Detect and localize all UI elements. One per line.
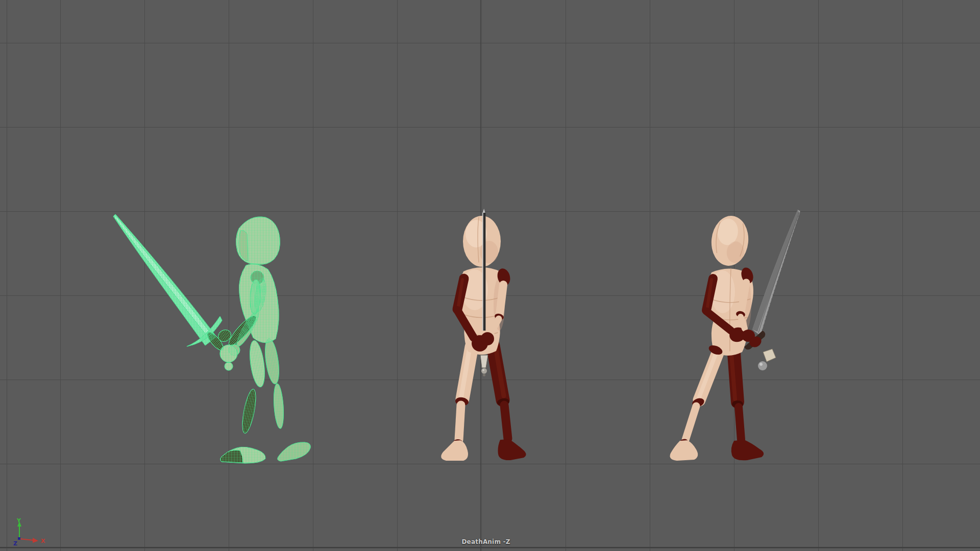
z-axis-label: Z [13, 540, 17, 547]
character-wireframe-knight[interactable] [92, 202, 337, 467]
x-axis-label: X [41, 538, 45, 544]
character-mannequin-front[interactable] [424, 202, 556, 467]
front-head[interactable] [463, 216, 501, 267]
x-axis-arrow [19, 539, 34, 540]
grid-ground-line [0, 547, 980, 548]
tq-leg-left[interactable] [670, 348, 720, 461]
knight-wireframe-overlay [113, 214, 310, 463]
y-axis-label: Y [16, 517, 21, 524]
character-mannequin-three-quarter[interactable] [653, 202, 822, 467]
tq-head[interactable] [709, 214, 751, 268]
x-axis-arrowhead [33, 538, 38, 543]
camera-label: DeathAnim -Z [461, 538, 510, 545]
viewport-stage: Y X Z DeathAnim -Z [0, 0, 980, 551]
front-leg-left[interactable] [441, 347, 472, 461]
z-axis-dot [18, 537, 20, 540]
front-leg-right[interactable] [493, 346, 526, 460]
axis-gizmo: Y X Z [2, 516, 63, 547]
